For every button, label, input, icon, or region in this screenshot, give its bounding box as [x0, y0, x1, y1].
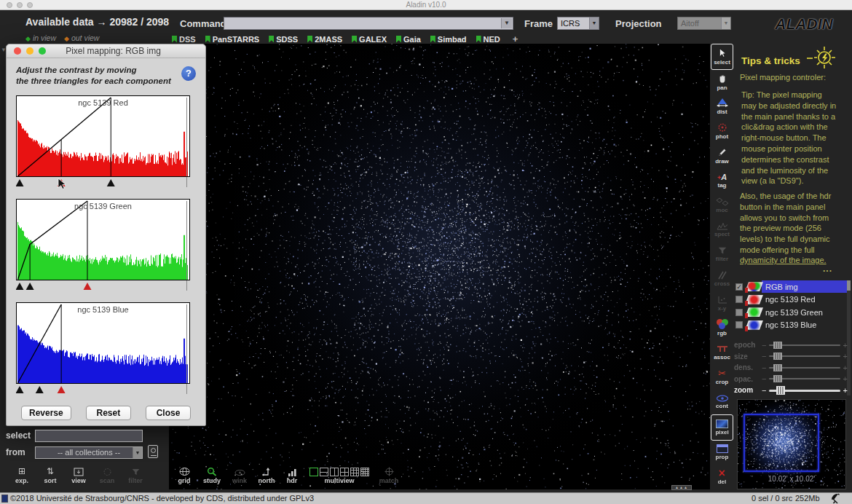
sky-view[interactable]: ▲▲▲ — [169, 44, 710, 489]
pixel-mapping-dialog[interactable]: Pixel mapping: RGB img Adjust the contra… — [6, 44, 206, 426]
layer-label[interactable]: ngc 5139 Green — [765, 308, 823, 317]
selection-count: 0 sel / 0 src — [752, 494, 792, 503]
minimize-icon[interactable] — [26, 47, 33, 55]
text-line: the three triangles for each component — [16, 76, 171, 87]
in-view-label[interactable]: in view — [33, 34, 56, 42]
expand-tool[interactable]: ⊞exp. — [9, 466, 35, 484]
multiview-tool[interactable]: multiview — [306, 468, 373, 484]
server-2mass[interactable]: 2MASS — [307, 35, 342, 44]
layer-row-green[interactable]: ✓ ngc 5139 Green — [735, 306, 846, 319]
collections-dropdown-icon[interactable]: ▼ — [133, 447, 142, 458]
tool-label: x-y — [718, 305, 727, 312]
layer-label[interactable]: ngc 5139 Red — [765, 295, 816, 304]
tool-dist[interactable]: dist — [711, 95, 733, 119]
tool-pixel[interactable]: pixel — [711, 414, 733, 441]
tips-more-ellipsis[interactable]: ... — [823, 264, 832, 274]
layer-checkbox[interactable]: ✓ — [735, 321, 743, 328]
collections-select[interactable]: -- all collections --▼ — [35, 446, 143, 459]
view-filter-row[interactable]: ◆in view ◆out view — [25, 34, 99, 42]
sort-tool[interactable]: ⇅sort — [37, 466, 63, 484]
text-line: allows you to switch from — [740, 213, 851, 224]
tool-crop[interactable]: ✂ crop — [711, 365, 733, 390]
server-ned[interactable]: NED — [476, 35, 500, 44]
slider-knob[interactable] — [776, 386, 785, 395]
collections-info-icon[interactable] — [148, 445, 158, 458]
multiview-icons[interactable] — [309, 468, 370, 476]
zoom-icon[interactable] — [39, 47, 46, 55]
layer-label[interactable]: ngc 5139 Blue — [765, 320, 816, 329]
tool-phot[interactable]: phot — [711, 119, 733, 143]
horizontal-scroll-thumb[interactable]: ▲▲▲ — [671, 485, 692, 490]
text-line: may be adjusted directly in — [741, 101, 851, 111]
histogram-canvas[interactable] — [16, 95, 190, 190]
sixteen-view-icon[interactable] — [360, 468, 369, 476]
two-rows-view-icon[interactable] — [320, 468, 328, 476]
hdr-tool[interactable]: hdr — [283, 466, 301, 484]
north-tool[interactable]: north — [255, 466, 278, 484]
dialog-titlebar[interactable]: Pixel mapping: RGB img — [7, 44, 205, 58]
histogram-canvas[interactable] — [16, 302, 190, 397]
tips-link[interactable]: dynamicity of the image. — [740, 255, 827, 266]
help-button[interactable]: ? — [181, 66, 196, 81]
layer-checkbox[interactable]: ✓ — [735, 283, 743, 291]
tree-toolbar: ⊞exp. ⇅sort view scan filter — [9, 466, 149, 484]
tool-rgb[interactable]: rgb — [711, 316, 733, 341]
close-icon[interactable] — [14, 47, 21, 55]
command-dropdown-icon[interactable]: ▼ — [501, 18, 512, 28]
grid-tool[interactable]: grid — [173, 466, 195, 484]
layer-row-red[interactable]: ✓ ngc 5139 Red — [735, 294, 846, 307]
tool-prop[interactable]: prop — [711, 441, 733, 465]
server-galex[interactable]: GALEX — [352, 35, 387, 44]
tool-assoc[interactable]: assoc — [711, 340, 733, 365]
view-tool[interactable]: view — [66, 466, 92, 484]
frame-dropdown-icon[interactable]: ▼ — [589, 17, 599, 29]
tool-tag[interactable]: +A tag — [711, 168, 733, 193]
study-tool[interactable]: study — [200, 466, 224, 484]
slider-track[interactable] — [769, 387, 840, 394]
histogram-canvas[interactable] — [16, 199, 190, 294]
view-locator-thumbnail[interactable]: 10.02' x 10.02' — [737, 399, 846, 489]
dialog-window-controls[interactable] — [14, 47, 46, 55]
text-line: the main panel thanks to a — [741, 111, 851, 122]
out-view-label[interactable]: out view — [71, 34, 100, 42]
available-data-label: Available data → 20982 / 2098 — [25, 16, 169, 28]
starfield-canvas[interactable] — [169, 44, 710, 489]
expand-icon: ⊞ — [18, 466, 25, 476]
frame-select[interactable]: ICRS▼ — [557, 17, 599, 30]
tool-select[interactable]: select — [711, 44, 733, 70]
server-simbad[interactable]: Simbad — [430, 35, 467, 44]
tool-del[interactable]: × del — [711, 465, 733, 489]
server-gaia[interactable]: Gaia — [396, 35, 421, 44]
layer-label[interactable]: RGB img — [765, 283, 798, 291]
two-cols-view-icon[interactable] — [330, 468, 339, 476]
tool-cont[interactable]: cont — [711, 390, 733, 414]
close-button[interactable]: Close — [146, 406, 191, 420]
single-view-icon[interactable] — [309, 468, 318, 476]
view-toolbar: grid study wink north hdr multiview matc… — [173, 466, 401, 484]
layer-row-rgb-img[interactable]: ✓ RGB img — [735, 280, 846, 294]
slider-zoom[interactable]: zoom− + — [734, 385, 848, 396]
tool-draw[interactable]: draw — [711, 143, 733, 168]
add-server-button[interactable]: + — [513, 34, 518, 44]
tool-label: crop — [716, 379, 728, 385]
four-view-icon[interactable] — [340, 468, 349, 476]
layer-checkbox[interactable]: ✓ — [735, 309, 743, 316]
histogram-blue[interactable]: ngc 5139 Blue — [16, 302, 190, 397]
layer-checkbox[interactable]: ✓ — [735, 296, 743, 303]
server-sdss[interactable]: SDSS — [269, 35, 298, 44]
view-tray-icon — [74, 466, 84, 476]
reset-button[interactable]: Reset — [86, 406, 131, 420]
tag-icon: +A — [717, 173, 727, 181]
histogram-red[interactable]: ngc 5139 Red — [16, 95, 190, 190]
tool-pan[interactable]: pan — [711, 70, 733, 95]
histogram-green[interactable]: ngc 5139 Green — [16, 199, 190, 294]
server-panstarrs[interactable]: PanSTARRS — [205, 35, 260, 44]
nine-view-icon[interactable] — [350, 468, 359, 476]
select-input[interactable] — [35, 430, 143, 442]
layer-row-blue[interactable]: ✓ ngc 5139 Blue — [735, 319, 846, 332]
scroll-thumb[interactable] — [847, 280, 851, 291]
command-input[interactable]: ▼ — [224, 17, 513, 30]
reverse-button[interactable]: Reverse — [21, 406, 71, 420]
server-dss[interactable]: DSS — [172, 35, 196, 44]
bookmark-icon — [430, 36, 435, 43]
